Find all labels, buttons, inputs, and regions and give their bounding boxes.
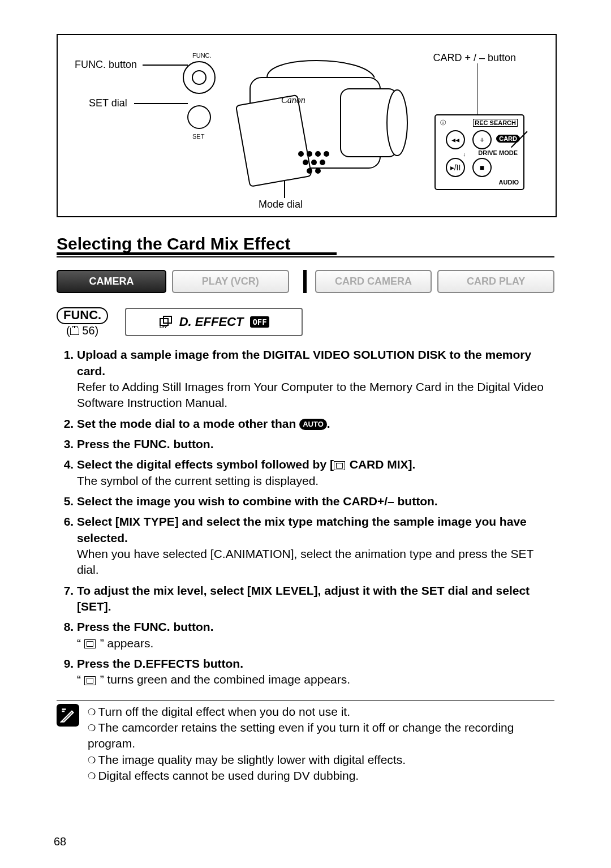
fwd-button: + (472, 130, 492, 149)
step-7: To adjust the mix level, select [MIX LEV… (77, 583, 554, 615)
step-3: Press the FUNC. button. (77, 436, 554, 452)
step-5: Select the image you wish to combine wit… (77, 493, 554, 509)
step-9: Press the D.EFFECTS button. “ ” turns gr… (77, 656, 554, 688)
d-effect-off: OFF (250, 316, 269, 328)
svg-point-8 (307, 152, 312, 156)
mode-tab-card-camera: CARD CAMERA (315, 270, 432, 293)
page: FUNC. button SET dial CARD + / – button … (0, 0, 611, 868)
svg-rect-3 (236, 95, 312, 187)
notes-section: Turn off the digital effect when you do … (57, 700, 554, 784)
note-item: The image quality may be slightly lower … (88, 752, 554, 768)
auto-icon: AUTO (299, 419, 327, 430)
svg-point-15 (316, 169, 320, 173)
svg-point-2 (387, 90, 407, 156)
stop-button: ■ (472, 158, 492, 177)
svg-text:FUNC.: FUNC. (192, 52, 212, 59)
rec-search-label: REC SEARCH (473, 119, 518, 127)
section-heading: Selecting the Card Mix Effect (57, 234, 554, 257)
step-2: Set the mode dial to a mode other than A… (77, 416, 554, 432)
svg-text:OFF: OFF (160, 325, 168, 329)
func-page-ref: ( 56) (66, 324, 98, 337)
notes-icon (57, 704, 79, 727)
page-number: 68 (54, 835, 66, 848)
drive-mode-label: DRIVE MODE (478, 149, 518, 156)
camera-illustration: Canon FUNC. SET (182, 44, 420, 202)
step-8: Press the FUNC. button. “ ” appears. (77, 619, 554, 651)
rew-button: ◂◂ (446, 130, 465, 149)
mode-tab-camera: CAMERA (57, 270, 166, 293)
svg-point-5 (192, 71, 206, 84)
func-row: FUNC. ( 56) OFF D. EFFECTOFF (57, 307, 554, 337)
svg-point-14 (307, 169, 312, 173)
svg-point-9 (316, 152, 320, 156)
card-mix-icon (84, 639, 96, 648)
step-4: Select the digital effects symbol follow… (77, 457, 554, 489)
note-item: Turn off the digital effect when you do … (88, 704, 554, 720)
camera-diagram: FUNC. button SET dial CARD + / – button … (57, 34, 557, 217)
step-6: Select [MIX TYPE] and select the mix typ… (77, 514, 554, 578)
svg-text:SET: SET (192, 133, 205, 140)
canon-logo: Canon (281, 95, 306, 105)
d-effect-box: OFF D. EFFECTOFF (125, 308, 303, 336)
play-pause-button: ▸/II (446, 158, 465, 177)
instruction-list: Upload a sample image from the DIGITAL V… (57, 347, 554, 688)
label-set-dial: SET dial (89, 97, 127, 109)
svg-point-12 (312, 160, 316, 165)
svg-point-11 (303, 160, 308, 165)
card-mix-icon (84, 676, 96, 685)
mode-divider (303, 270, 307, 293)
label-func-button: FUNC. button (75, 59, 137, 71)
mode-tab-play-vcr: PLAY (VCR) (172, 270, 289, 293)
svg-point-13 (320, 160, 325, 165)
button-panel: ⦾ REC SEARCH ◂◂ + CARD ↓ DRIVE MODE ▸/II… (434, 114, 524, 190)
svg-point-6 (188, 106, 210, 128)
mode-tabs: CAMERA PLAY (VCR) CARD CAMERA CARD PLAY (57, 270, 554, 293)
svg-point-10 (324, 152, 329, 156)
note-item: Digital effects cannot be used during DV… (88, 768, 554, 784)
d-effect-icon: OFF (159, 315, 173, 329)
mode-tab-card-play: CARD PLAY (437, 270, 554, 293)
label-card-button: CARD + / – button (433, 52, 516, 64)
svg-point-7 (299, 152, 303, 156)
note-item: The camcorder retains the setting even i… (88, 720, 554, 752)
func-label: FUNC. (57, 307, 108, 324)
audio-label: AUDIO (499, 179, 519, 186)
func-badge: FUNC. ( 56) (57, 307, 108, 337)
card-mix-icon (334, 461, 345, 470)
d-effect-label: D. EFFECT (179, 315, 244, 329)
step-1: Upload a sample image from the DIGITAL V… (77, 347, 554, 411)
